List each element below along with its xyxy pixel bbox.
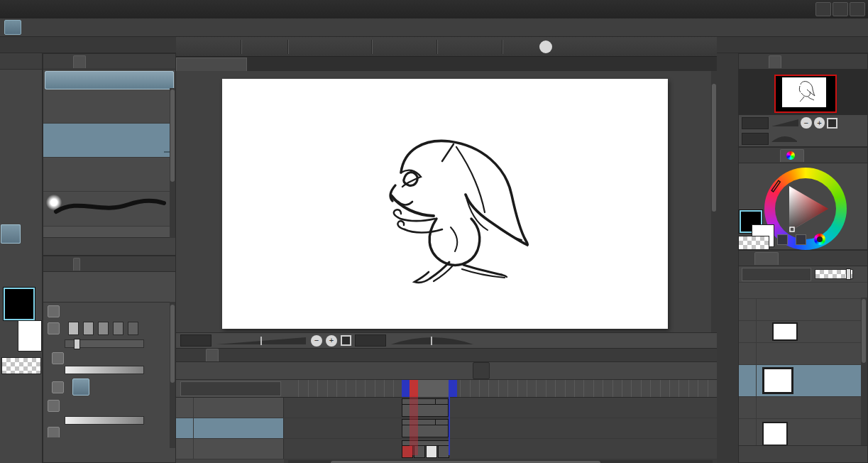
- checkbox-checked-icon[interactable]: [48, 305, 60, 317]
- refer-folder-button[interactable]: [133, 379, 149, 395]
- menu-view[interactable]: [99, 18, 115, 36]
- move-tool[interactable]: [21, 90, 40, 109]
- layer-visibility-toggle[interactable]: [739, 299, 757, 320]
- transparent-color-swatch[interactable]: [738, 236, 769, 250]
- fit-to-screen-button[interactable]: [341, 335, 351, 346]
- subtool-item-refer-other-layers[interactable]: [43, 124, 175, 158]
- correct-line-tool[interactable]: [21, 263, 40, 282]
- scale-slider[interactable]: [65, 366, 144, 374]
- lock-transparent-pixels-icon[interactable]: [796, 285, 807, 296]
- document-tab[interactable]: [176, 58, 247, 71]
- option-stop-at-vector[interactable]: [43, 397, 175, 413]
- new-animation-cel-button[interactable]: [505, 363, 521, 378]
- undo-button[interactable]: [247, 38, 264, 55]
- selection-tool[interactable]: [1, 109, 21, 129]
- fill-selection-button[interactable]: [331, 38, 348, 55]
- sub-color-swatch[interactable]: [18, 320, 42, 352]
- color-wheel-tab[interactable]: [780, 149, 804, 162]
- snap-to-ruler-button[interactable]: [443, 38, 460, 55]
- layer-visibility-toggle-off[interactable]: [739, 397, 757, 418]
- navigator-view-frame[interactable]: [774, 75, 837, 113]
- draft-cel-3[interactable]: [426, 445, 437, 458]
- layer-visibility-toggle[interactable]: [739, 321, 757, 342]
- navigator-rotation-value[interactable]: [742, 133, 769, 145]
- snap-to-special-ruler-button[interactable]: [461, 38, 478, 55]
- zoom-tool[interactable]: [1, 71, 21, 90]
- decoration-tool[interactable]: [1, 186, 21, 205]
- timeline-ruler[interactable]: [176, 380, 717, 398]
- subtool-detail-icon[interactable]: [153, 445, 168, 461]
- zoom-value[interactable]: [180, 334, 211, 347]
- pen-tool[interactable]: [1, 148, 21, 167]
- timeline-name-box[interactable]: [180, 381, 281, 396]
- lock-layer-icon[interactable]: [779, 285, 790, 296]
- rotate-left-button[interactable]: [478, 335, 490, 347]
- specify-cel-button[interactable]: [542, 363, 558, 378]
- layer-search-tab-icon[interactable]: [781, 253, 793, 264]
- canvas-page[interactable]: [222, 79, 668, 329]
- menu-filter[interactable]: [115, 18, 131, 36]
- eraser-tool[interactable]: [21, 186, 40, 205]
- open-file-button[interactable]: [200, 38, 217, 55]
- checkbox-unchecked-icon[interactable]: [48, 400, 60, 412]
- clip-to-layer-below-icon[interactable]: [745, 285, 756, 296]
- layer-thumbnail[interactable]: [762, 367, 793, 394]
- figure-tool[interactable]: [1, 244, 21, 263]
- checkbox-checked-icon[interactable]: [52, 352, 64, 364]
- navigator-preview[interactable]: [739, 70, 867, 115]
- new-file-button[interactable]: [182, 38, 199, 55]
- blend-mode-select[interactable]: [742, 268, 811, 281]
- zoom-slider[interactable]: [215, 336, 307, 346]
- snap-to-guide-button[interactable]: [480, 38, 497, 55]
- navigator-rotate-right-button[interactable]: [813, 133, 824, 144]
- layer-visibility-toggle[interactable]: [739, 419, 757, 449]
- menu-selection[interactable]: [84, 18, 99, 36]
- close-button[interactable]: [850, 2, 865, 16]
- reference-layer-icon[interactable]: [762, 285, 773, 296]
- draft-cel-1[interactable]: [402, 445, 413, 458]
- timeline-track-draft[interactable]: [176, 439, 717, 459]
- timeline-hscrollbar[interactable]: [176, 459, 717, 463]
- hue-cursor[interactable]: [771, 180, 780, 192]
- checkbox-checked-icon[interactable]: [48, 427, 60, 438]
- rotation-slider[interactable]: [390, 336, 475, 346]
- timeline-track-lineart[interactable]: [176, 398, 717, 418]
- transparent-color-swatch[interactable]: [1, 357, 41, 374]
- gap-level-3[interactable]: [98, 322, 109, 335]
- brush-tool[interactable]: [1, 167, 21, 186]
- show-thumbnails-button[interactable]: [268, 363, 284, 378]
- option-scale-area[interactable]: [43, 349, 175, 366]
- menu-help[interactable]: [146, 18, 162, 36]
- menu-edit[interactable]: [21, 18, 37, 36]
- navigator-tab[interactable]: [769, 55, 781, 68]
- help-button[interactable]: [539, 40, 552, 53]
- refer-all-layers-button[interactable]: [72, 378, 89, 396]
- layer-visibility-toggle[interactable]: [739, 343, 757, 364]
- layer-row-lineart-folder[interactable]: [739, 299, 867, 321]
- play-button[interactable]: [407, 363, 423, 378]
- layer-row-color-cel-selected[interactable]: [739, 365, 867, 397]
- wheel-mode-icon[interactable]: [814, 234, 825, 245]
- go-to-end-button[interactable]: [444, 363, 460, 378]
- draft-cel-4[interactable]: [438, 445, 449, 458]
- layer-opacity-slider[interactable]: [815, 269, 853, 279]
- spray-effect-icon[interactable]: [133, 445, 148, 461]
- checkbox-checked-icon[interactable]: [48, 322, 60, 334]
- loop-play-button[interactable]: [473, 362, 490, 379]
- canvas-vscrollbar[interactable]: [711, 71, 717, 332]
- panel-menu-icon[interactable]: [740, 56, 752, 67]
- reselect-button[interactable]: [312, 38, 329, 55]
- navigator-zoom-slider[interactable]: [771, 119, 798, 128]
- new-vector-layer-button[interactable]: [759, 447, 775, 462]
- option-trace-adjacent[interactable]: [43, 303, 175, 319]
- track-visibility-toggle[interactable]: [176, 418, 194, 438]
- layer-row-color-folder[interactable]: [739, 343, 867, 365]
- menu-file[interactable]: [4, 20, 21, 35]
- subtool-item-refer-edit-layer[interactable]: [43, 89, 175, 124]
- layer-tab[interactable]: [754, 252, 779, 265]
- auto-select-tool[interactable]: [21, 109, 40, 129]
- panel-menu-icon[interactable]: [740, 253, 752, 264]
- rotate-canvas-tool[interactable]: [21, 71, 40, 90]
- sv-triangle[interactable]: [789, 186, 828, 232]
- range-end-marker[interactable]: [449, 380, 457, 397]
